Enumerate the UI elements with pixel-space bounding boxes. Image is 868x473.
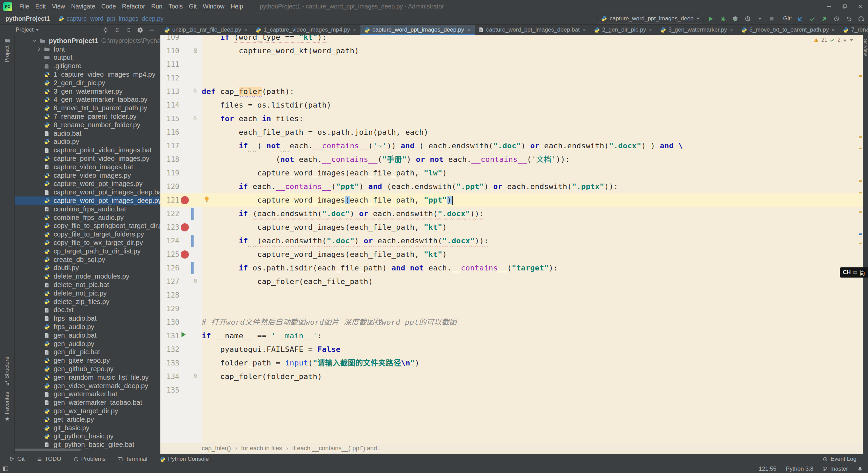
line-number[interactable]: 128 (160, 288, 179, 302)
tree-item[interactable]: delete_zip_files.py (15, 298, 160, 306)
code-editor[interactable]: 109 if (word_type == "kt"):110 capture_w… (160, 35, 863, 443)
gutter[interactable]: 130 (160, 316, 202, 329)
menu-navigate[interactable]: Navigate (68, 0, 98, 13)
ime-language-badge[interactable]: CH 简 (840, 267, 868, 278)
hide-button[interactable] (148, 26, 155, 33)
code-line[interactable]: 130# 打开word文件然后自动截图word图片 深度截图找word ppt的… (160, 316, 863, 329)
tree-item[interactable]: delete_not_pic.bat (15, 281, 160, 289)
tab-close-icon[interactable] (582, 28, 587, 32)
run-configuration-select[interactable]: capture_word_ppt_images_deep (598, 14, 703, 23)
gutter[interactable]: 114 (160, 98, 202, 112)
line-number[interactable]: 131 (160, 329, 179, 343)
menu-git[interactable]: Git (186, 0, 200, 13)
menu-edit[interactable]: Edit (32, 0, 49, 13)
line-number[interactable]: 122 (160, 207, 179, 221)
close-button[interactable] (852, 0, 868, 13)
gutter[interactable]: 117 (160, 139, 202, 153)
tree-item[interactable]: get_article.py (15, 415, 160, 424)
git-branch[interactable]: master (823, 466, 848, 472)
inspections-widget[interactable]: 21 2 (813, 37, 853, 43)
line-number[interactable]: 119 (160, 166, 179, 180)
gutter[interactable]: 124 (160, 234, 202, 248)
gutter[interactable]: 134 (160, 370, 202, 383)
toolwindow-event-log[interactable]: Event Log (823, 456, 856, 462)
tree-item[interactable]: .gitignore (15, 62, 160, 70)
code-line[interactable]: 111 (160, 58, 863, 71)
tree-item[interactable]: cp_target_path_to_dir_list.py (15, 247, 160, 256)
search-button[interactable] (856, 14, 865, 23)
gutter[interactable]: 131 (160, 329, 202, 343)
minimize-button[interactable] (821, 0, 837, 13)
tree-item[interactable]: 8_rename_number_folder.py (15, 121, 160, 129)
tree-item[interactable]: create_db_sql.py (15, 256, 160, 264)
tree-item[interactable]: audio.py (15, 138, 160, 146)
gutter[interactable]: 127 (160, 275, 202, 288)
line-number[interactable]: 111 (160, 58, 179, 71)
line-number[interactable]: 110 (160, 44, 179, 58)
line-number[interactable]: 118 (160, 153, 179, 166)
stripe-mark[interactable] (859, 211, 862, 213)
line-number[interactable]: 134 (160, 370, 179, 383)
horizontal-scrollbar[interactable] (15, 449, 81, 451)
tree-item[interactable]: 4_gen_watermarker_taobao.py (15, 96, 160, 104)
line-number[interactable]: 116 (160, 126, 179, 139)
tree-item[interactable]: copy_file_to_wx_target_dir.py (15, 239, 160, 247)
gutter[interactable]: 111 (160, 58, 202, 71)
gutter[interactable]: 125 (160, 248, 202, 261)
tab-2_gen_dir_pic.py[interactable]: 2_gen_dir_pic.py (590, 25, 656, 35)
code-line[interactable]: 116 each_file_path = os.path.join(path, … (160, 126, 863, 139)
tree-item[interactable]: capture_word_ppt_images_deep.bat (15, 188, 160, 196)
error-stripe[interactable] (858, 35, 863, 443)
next-problem-icon[interactable] (849, 39, 853, 41)
stop-button[interactable] (768, 14, 776, 23)
restore-button[interactable] (837, 0, 852, 13)
line-number[interactable]: 133 (160, 356, 179, 370)
commit-button[interactable] (808, 14, 816, 23)
tree-item[interactable]: capture_video_images.bat (15, 163, 160, 171)
tree-item[interactable]: gen_audio.py (15, 340, 160, 348)
gutter[interactable]: 120 (160, 180, 202, 193)
tree-item[interactable]: combine_frps_audio.bat (15, 205, 160, 213)
line-number[interactable]: 130 (160, 316, 179, 329)
tree-item[interactable]: 3_gen_watermarker.py (15, 87, 160, 96)
tab-3_gen_watermarker.py[interactable]: 3_gen_watermarker.py (656, 25, 737, 35)
stripe-mark[interactable] (859, 75, 862, 77)
python-interpreter[interactable]: Python 3.8 (786, 466, 813, 472)
menu-tools[interactable]: Tools (165, 0, 186, 13)
collapse-all-button[interactable] (114, 26, 120, 33)
tree-item[interactable]: gen_video_watermark_deep.py (15, 382, 160, 390)
code-line[interactable]: 115 for each in files: (160, 112, 863, 126)
code-line[interactable]: 123 capture_word_images(each_file_path, … (160, 221, 863, 234)
debug-button[interactable] (719, 14, 728, 23)
run-line-icon[interactable] (180, 331, 187, 339)
code-line[interactable]: 119 capture_word_images(each_file_path, … (160, 166, 863, 180)
tree-item[interactable]: 2_gen_dir_pic.py (15, 79, 160, 87)
tree-root[interactable]: pythonProject1G:\myprojects\PycharmProje… (15, 37, 160, 45)
tree-item[interactable]: 6_move_txt_to_parent_path.py (15, 104, 160, 112)
profiler-button[interactable] (743, 14, 752, 23)
stripe-mark[interactable] (859, 233, 862, 235)
toggle-tool-windows-button[interactable] (0, 466, 8, 472)
gutter[interactable]: 129 (160, 302, 202, 316)
update-button[interactable] (795, 14, 804, 23)
tree-item[interactable]: gen_watermarker.bat (15, 390, 160, 398)
line-number[interactable]: 132 (160, 343, 179, 356)
tree-item[interactable]: font (15, 45, 160, 54)
breadcrumb-file[interactable]: capture_word_ppt_images_deep.py (58, 15, 163, 22)
tool-stripe-structure[interactable]: Structure (0, 357, 14, 386)
coverage-button[interactable] (731, 14, 740, 23)
code-line[interactable]: 132 pyautogui.FAILSAFE = False (160, 343, 863, 356)
breakpoint-icon[interactable] (181, 250, 189, 259)
tab-unzip_zip_rar_file_deep.py[interactable]: unzip_zip_rar_file_deep.py (160, 25, 252, 35)
code-line[interactable]: 110 capture_word_kt(word_path) (160, 44, 863, 58)
gutter[interactable]: 113 (160, 85, 202, 98)
code-line[interactable]: 133 folder_path = input("请输入截图的文件夹路径\n") (160, 356, 863, 370)
line-number[interactable]: 123 (160, 221, 179, 234)
gutter[interactable]: 116 (160, 126, 202, 139)
line-number[interactable]: 126 (160, 261, 179, 275)
push-button[interactable] (820, 14, 829, 23)
gutter[interactable]: 122 (160, 207, 202, 221)
gutter[interactable]: 112 (160, 71, 202, 85)
code-line[interactable]: 118 (not each.__contains__("手册") or not … (160, 153, 863, 166)
breakpoint-icon[interactable] (181, 223, 189, 231)
